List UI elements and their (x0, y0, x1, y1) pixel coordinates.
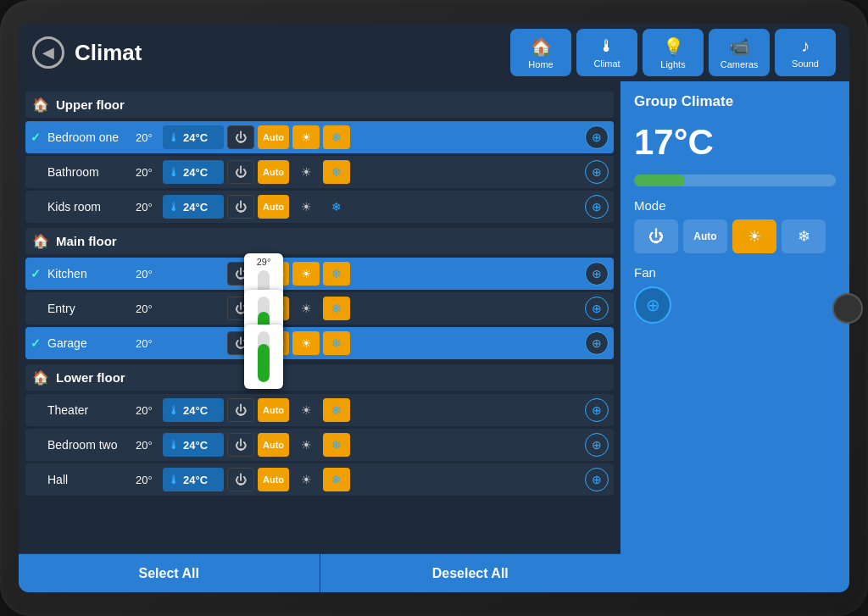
room-theater[interactable]: Theater 20° 🌡 24°C ⏻ Auto ☀ ❄ ⊕ (25, 394, 614, 426)
room-bedroom-two[interactable]: Bedroom two 20° 🌡 24°C ⏻ Auto ☀ ❄ ⊕ (25, 429, 614, 461)
thermo-garage-wrapper (163, 331, 224, 355)
nav-tabs: 🏠 Home 🌡 Climat 💡 Lights 📹 Cameras ♪ (510, 29, 836, 76)
room-bedroom-one[interactable]: ✓ Bedroom one 20° 🌡 24°C ⏻ Auto ☀ ❄ (25, 121, 614, 153)
tab-cameras-label: Cameras (721, 59, 759, 69)
thermo-entry-wrapper (163, 297, 224, 320)
select-all-button[interactable]: Select All (19, 554, 320, 592)
floor-main-header: 🏠 Main floor (25, 228, 614, 254)
temp-value-bedroom-one: 24°C (183, 131, 208, 144)
snow-btn-hall[interactable]: ❄ (323, 468, 350, 491)
fan-btn-kitchen[interactable]: ⊕ (585, 262, 609, 286)
sun-btn-theater[interactable]: ☀ (292, 398, 320, 422)
mode-snow-btn[interactable]: ❄ (782, 219, 826, 253)
sun-btn-entry[interactable]: ☀ (292, 297, 320, 320)
climat-icon: 🌡 (598, 36, 615, 56)
tab-lights[interactable]: 💡 Lights (643, 29, 704, 76)
mode-auto-btn[interactable]: Auto (683, 219, 727, 253)
room-hall[interactable]: Hall 20° 🌡 24°C ⏻ Auto ☀ ❄ ⊕ (25, 463, 614, 496)
auto-btn-kids-room[interactable]: Auto (258, 195, 289, 219)
mode-label: Mode (634, 198, 836, 213)
room-kitchen[interactable]: ✓ Kitchen 20° 29° ⏻ (25, 258, 614, 290)
fan-btn-garage[interactable]: ⊕ (585, 331, 609, 355)
room-kids-room[interactable]: Kids room 20° 🌡 24°C ⏻ Auto ☀ ❄ ⊕ (25, 191, 614, 223)
fan-btn-bathroom[interactable]: ⊕ (585, 160, 609, 184)
snow-btn-kids-room[interactable]: ❄ (323, 195, 350, 219)
auto-btn-bathroom[interactable]: Auto (258, 160, 289, 184)
auto-btn-hall[interactable]: Auto (258, 468, 289, 491)
room-garage[interactable]: ✓ Garage 20° ⏻ Auto (25, 327, 614, 359)
page-title: Climat (75, 40, 142, 66)
tab-sound[interactable]: ♪ Sound (775, 29, 836, 76)
back-button[interactable]: ◀ (32, 36, 64, 69)
mode-power-btn[interactable]: ⏻ (634, 219, 678, 253)
mode-sun-btn[interactable]: ☀ (732, 219, 776, 253)
header: ◀ Climat 🏠 Home 🌡 Climat 💡 Lights 📹 (19, 24, 849, 81)
room-bathroom[interactable]: Bathroom 20° 🌡 24°C ⏻ Auto ☀ ❄ ⊕ (25, 156, 614, 188)
fan-btn-hall[interactable]: ⊕ (585, 468, 609, 491)
sun-btn-garage[interactable]: ☀ (292, 331, 320, 355)
temp-theater: 🌡 24°C (163, 398, 224, 422)
snow-btn-bathroom[interactable]: ❄ (323, 160, 350, 184)
floor-upper-icon: 🏠 (32, 97, 49, 113)
sun-btn-hall[interactable]: ☀ (292, 468, 320, 491)
room-entry[interactable]: Entry 20° ⏻ Auto ☀ (25, 292, 614, 325)
mode-buttons: ⏻ Auto ☀ ❄ (634, 219, 836, 253)
tab-home-label: Home (528, 59, 553, 69)
group-temp-bar-fill (634, 175, 685, 186)
room-name-garage: Garage (47, 336, 132, 350)
power-btn-bedroom-one[interactable]: ⏻ (227, 125, 254, 149)
floor-main-icon: 🏠 (32, 233, 49, 249)
deselect-all-button[interactable]: Deselect All (320, 554, 621, 592)
check-kitchen: ✓ (31, 267, 44, 280)
sun-btn-bedroom-two[interactable]: ☀ (292, 433, 320, 457)
tab-cameras[interactable]: 📹 Cameras (709, 29, 770, 76)
temp-value-hall: 24°C (183, 474, 208, 486)
snow-btn-theater[interactable]: ❄ (323, 398, 350, 422)
sun-btn-bedroom-one[interactable]: ☀ (292, 125, 320, 149)
fan-btn-bedroom-one[interactable]: ⊕ (585, 125, 609, 149)
sun-btn-bathroom[interactable]: ☀ (292, 160, 320, 184)
power-btn-bedroom-two[interactable]: ⏻ (227, 433, 254, 457)
tab-home[interactable]: 🏠 Home (510, 29, 571, 76)
thermo-bar-garage (258, 331, 270, 382)
temp-value-bedroom-two: 24°C (183, 439, 208, 452)
auto-btn-theater[interactable]: Auto (258, 398, 289, 422)
controls-theater: ⏻ Auto ☀ ❄ (227, 398, 581, 422)
fan-btn-theater[interactable]: ⊕ (585, 398, 609, 422)
fan-btn-entry[interactable]: ⊕ (585, 297, 609, 320)
auto-btn-bedroom-two[interactable]: Auto (258, 433, 289, 457)
snow-btn-garage[interactable]: ❄ (323, 331, 350, 355)
sound-icon: ♪ (801, 36, 810, 56)
sun-btn-kitchen[interactable]: ☀ (292, 262, 320, 286)
tab-sound-label: Sound (792, 58, 819, 69)
sun-btn-kids-room[interactable]: ☀ (292, 195, 320, 219)
fan-group-button[interactable]: ⊕ (634, 286, 671, 324)
power-btn-hall[interactable]: ⏻ (227, 468, 254, 491)
home-hardware-button[interactable] (832, 293, 863, 324)
floor-lower-icon: 🏠 (32, 369, 49, 386)
room-name-entry: Entry (47, 302, 132, 315)
floor-upper-header: 🏠 Upper floor (25, 92, 614, 118)
temp-value-bathroom: 24°C (183, 166, 208, 179)
auto-btn-bedroom-one[interactable]: Auto (258, 125, 289, 149)
power-btn-theater[interactable]: ⏻ (227, 398, 254, 422)
tab-climat[interactable]: 🌡 Climat (576, 29, 637, 76)
temp-bathroom: 🌡 24°C (163, 160, 224, 184)
snow-btn-bedroom-two[interactable]: ❄ (323, 433, 350, 457)
snow-btn-entry[interactable]: ❄ (323, 297, 350, 320)
power-btn-kids-room[interactable]: ⏻ (227, 195, 254, 219)
cameras-icon: 📹 (729, 36, 750, 57)
controls-kids-room: ⏻ Auto ☀ ❄ (227, 195, 581, 219)
snow-btn-kitchen[interactable]: ❄ (323, 262, 350, 286)
controls-bathroom: ⏻ Auto ☀ ❄ (227, 160, 581, 184)
thermometer-icon: 🌡 (168, 165, 180, 179)
fan-btn-bedroom-two[interactable]: ⊕ (585, 433, 609, 457)
thermometer-icon: 🌡 (168, 200, 180, 214)
room-name-bathroom: Bathroom (47, 165, 132, 179)
power-btn-bathroom[interactable]: ⏻ (227, 160, 254, 184)
fan-btn-kids-room[interactable]: ⊕ (585, 195, 609, 219)
snow-btn-bedroom-one[interactable]: ❄ (323, 125, 350, 149)
controls-bedroom-two: ⏻ Auto ☀ ❄ (227, 433, 581, 457)
setpoint-hall: 20° (136, 474, 159, 486)
floor-lower-header: 🏠 Lower floor (25, 364, 614, 391)
